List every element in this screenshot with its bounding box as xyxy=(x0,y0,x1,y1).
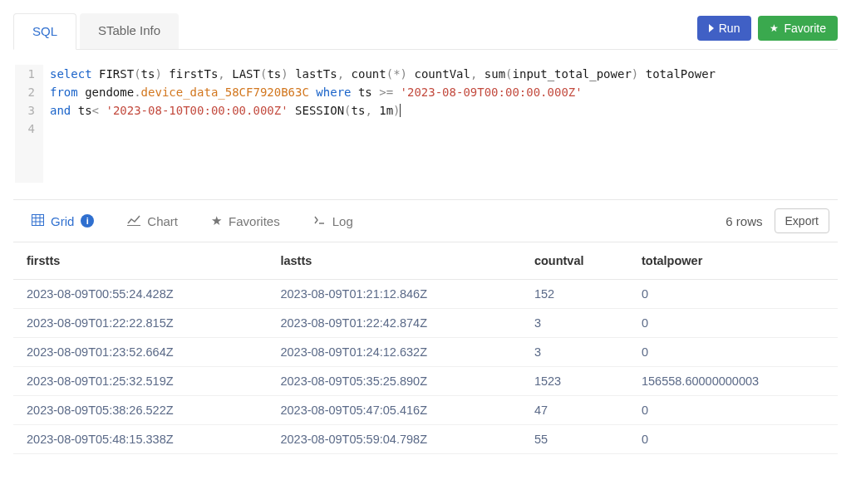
cell-lastts: 2023-08-09T05:59:04.798Z xyxy=(267,425,520,454)
run-button[interactable]: Run xyxy=(697,16,752,41)
cell-countval: 152 xyxy=(521,280,628,309)
chart-icon xyxy=(127,214,140,228)
results-table: firstts lastts countval totalpower 2023-… xyxy=(13,242,838,454)
editor-tabs: SQL STable Info xyxy=(13,13,182,49)
row-count-label: 6 rows xyxy=(726,214,762,228)
cell-firstts: 2023-08-09T05:38:26.522Z xyxy=(13,396,267,425)
cell-lastts: 2023-08-09T01:22:42.874Z xyxy=(267,309,520,338)
code-area[interactable]: select FIRST(ts) firstTs, LAST(ts) lastT… xyxy=(43,65,836,183)
cell-firstts: 2023-08-09T01:25:32.519Z xyxy=(13,367,267,396)
sql-editor[interactable]: 1 2 3 4 select FIRST(ts) firstTs, LAST(t… xyxy=(13,50,838,191)
cell-lastts: 2023-08-09T01:24:12.632Z xyxy=(267,338,520,367)
cell-totalpower: 0 xyxy=(628,425,838,454)
cell-countval: 3 xyxy=(521,338,628,367)
table-row[interactable]: 2023-08-09T05:38:26.522Z2023-08-09T05:47… xyxy=(13,396,838,425)
col-totalpower[interactable]: totalpower xyxy=(628,242,838,280)
table-row[interactable]: 2023-08-09T00:55:24.428Z2023-08-09T01:21… xyxy=(13,280,838,309)
favorite-button[interactable]: ★ Favorite xyxy=(758,16,838,41)
tab-favorites[interactable]: ★ Favorites xyxy=(196,205,295,237)
table-row[interactable]: 2023-08-09T01:23:52.664Z2023-08-09T01:24… xyxy=(13,338,838,367)
cell-firstts: 2023-08-09T00:55:24.428Z xyxy=(13,280,267,309)
results-meta: 6 rows Export xyxy=(726,208,834,233)
tab-sql[interactable]: SQL xyxy=(13,13,76,50)
cell-countval: 1523 xyxy=(521,367,628,396)
play-icon xyxy=(709,24,714,32)
cell-totalpower: 0 xyxy=(628,280,838,309)
cell-lastts: 2023-08-09T05:47:05.416Z xyxy=(267,396,520,425)
cell-firstts: 2023-08-09T01:22:22.815Z xyxy=(13,309,267,338)
tab-log[interactable]: Log xyxy=(298,205,368,237)
cell-lastts: 2023-08-09T01:21:12.846Z xyxy=(267,280,520,309)
col-countval[interactable]: countval xyxy=(521,242,628,280)
grid-icon xyxy=(32,214,44,228)
tab-log-label: Log xyxy=(332,214,353,228)
tab-grid-label: Grid xyxy=(51,214,74,228)
top-bar: SQL STable Info Run ★ Favorite xyxy=(13,13,838,50)
action-buttons: Run ★ Favorite xyxy=(697,16,838,47)
cell-totalpower: 0 xyxy=(628,396,838,425)
results-panel: Grid i Chart ★ Favorites L xyxy=(13,199,838,454)
export-button[interactable]: Export xyxy=(775,208,829,233)
col-lastts[interactable]: lastts xyxy=(267,242,520,280)
tab-grid[interactable]: Grid i xyxy=(17,205,109,237)
table-row[interactable]: 2023-08-09T05:48:15.338Z2023-08-09T05:59… xyxy=(13,425,838,454)
cell-countval: 47 xyxy=(521,396,628,425)
table-header-row: firstts lastts countval totalpower xyxy=(13,242,838,280)
result-tabs: Grid i Chart ★ Favorites L xyxy=(17,205,368,237)
run-button-label: Run xyxy=(719,22,740,35)
cell-totalpower: 156558.60000000003 xyxy=(628,367,838,396)
line-number: 3 xyxy=(15,101,35,120)
cell-countval: 3 xyxy=(521,309,628,338)
cell-lastts: 2023-08-09T05:35:25.890Z xyxy=(267,367,520,396)
tab-chart-label: Chart xyxy=(147,214,178,228)
star-icon: ★ xyxy=(770,22,779,34)
col-firstts[interactable]: firstts xyxy=(13,242,267,280)
cell-countval: 55 xyxy=(521,425,628,454)
table-row[interactable]: 2023-08-09T01:22:22.815Z2023-08-09T01:22… xyxy=(13,309,838,338)
tab-stable-info[interactable]: STable Info xyxy=(80,13,179,49)
line-number: 1 xyxy=(15,65,35,83)
cell-firstts: 2023-08-09T05:48:15.338Z xyxy=(13,425,267,454)
cell-totalpower: 0 xyxy=(628,309,838,338)
text-cursor xyxy=(400,104,401,117)
info-icon: i xyxy=(81,214,94,228)
line-number: 4 xyxy=(15,120,35,138)
log-icon xyxy=(313,214,326,228)
tab-chart[interactable]: Chart xyxy=(112,205,193,237)
results-tab-bar: Grid i Chart ★ Favorites L xyxy=(13,200,838,242)
line-number-gutter: 1 2 3 4 xyxy=(15,65,43,183)
favorite-button-label: Favorite xyxy=(784,22,826,35)
table-row[interactable]: 2023-08-09T01:25:32.519Z2023-08-09T05:35… xyxy=(13,367,838,396)
star-icon: ★ xyxy=(211,213,222,228)
svg-rect-0 xyxy=(32,214,44,225)
line-number: 2 xyxy=(15,83,35,101)
cell-firstts: 2023-08-09T01:23:52.664Z xyxy=(13,338,267,367)
tab-favorites-label: Favorites xyxy=(229,214,280,228)
cell-totalpower: 0 xyxy=(628,338,838,367)
